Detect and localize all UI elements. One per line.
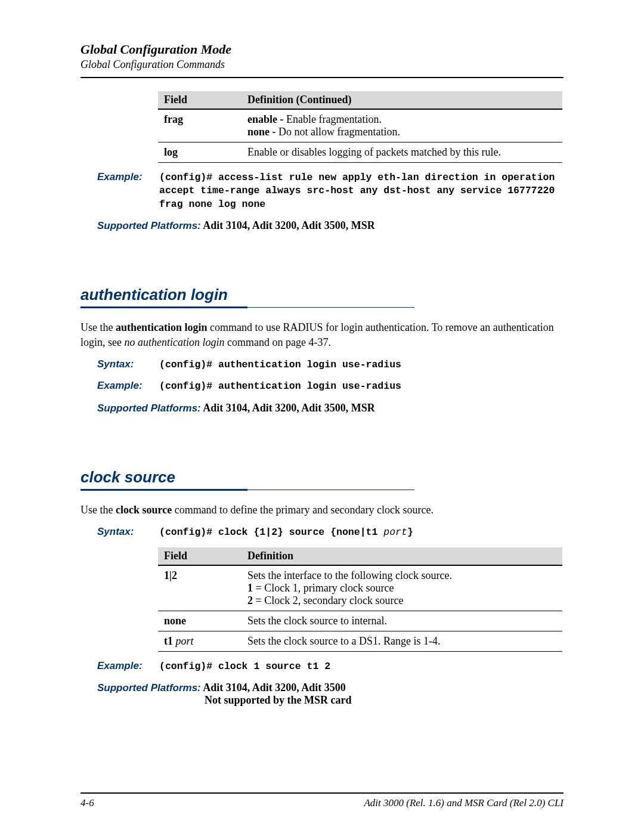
section-heading-clock-source: clock source	[80, 468, 564, 487]
section-rule	[80, 306, 564, 308]
field-definition: Sets the clock source to a DS1. Range is…	[242, 631, 562, 652]
header-subtitle: Global Configuration Commands	[80, 58, 564, 71]
table-row: frag enable - Enable fragmentation. none…	[158, 109, 562, 143]
table-header-field: Field	[158, 547, 242, 565]
table-header-field: Field	[158, 91, 242, 109]
syntax-value: (config)# clock {1|2} source {none|t1 po…	[159, 526, 413, 539]
section-heading-authentication-login: authentication login	[80, 286, 564, 304]
footer-doc-title: Adit 3000 (Rel. 1.6) and MSR Card (Rel 2…	[364, 797, 564, 809]
field-name: frag	[164, 113, 183, 125]
example-block: Example: (config)# authentication login …	[97, 380, 564, 393]
example-block: Example: (config)# clock 1 source t1 2	[97, 660, 564, 673]
syntax-block: Syntax: (config)# clock {1|2} source {no…	[97, 526, 564, 539]
syntax-block: Syntax: (config)# authentication login u…	[97, 358, 564, 371]
field-definition: enable - Enable fragmentation. none - Do…	[242, 109, 562, 143]
table-row: none Sets the clock source to internal.	[158, 611, 562, 631]
definition-table-clock: Field Definition 1|2 Sets the interface …	[158, 547, 562, 652]
section-body: Use the clock source command to define t…	[80, 503, 564, 518]
table-header-definition: Definition (Continued)	[242, 91, 562, 109]
table-row: 1|2 Sets the interface to the following …	[158, 565, 562, 611]
footer-rule	[80, 792, 564, 794]
example-label: Example:	[97, 380, 159, 392]
definition-table-continued: Field Definition (Continued) frag enable…	[158, 91, 562, 163]
field-name: none	[164, 615, 186, 627]
example-value: (config)# clock 1 source t1 2	[159, 660, 330, 673]
page-number: 4-6	[80, 797, 94, 809]
example-block: Example: (config)# access-list rule new …	[97, 171, 564, 211]
example-label: Example:	[97, 171, 159, 183]
table-header-definition: Definition	[242, 547, 562, 565]
page-footer: 4-6 Adit 3000 (Rel. 1.6) and MSR Card (R…	[80, 787, 564, 809]
supported-platforms: Supported Platforms: Adit 3104, Adit 320…	[97, 219, 564, 232]
example-value: (config)# authentication login use-radiu…	[159, 380, 401, 393]
section-body: Use the authentication login command to …	[80, 320, 564, 350]
field-definition: Enable or disables logging of packets ma…	[242, 143, 562, 163]
field-definition: Sets the interface to the following cloc…	[242, 565, 562, 611]
table-row: log Enable or disables logging of packet…	[158, 143, 562, 163]
example-value: (config)# access-list rule new apply eth…	[159, 171, 564, 211]
field-name: t1 port	[158, 631, 242, 652]
field-definition: Sets the clock source to internal.	[242, 611, 562, 631]
syntax-label: Syntax:	[97, 526, 159, 538]
supported-platforms: Supported Platforms: Adit 3104, Adit 320…	[97, 682, 564, 707]
syntax-label: Syntax:	[97, 358, 159, 370]
document-page: Global Configuration Mode Global Configu…	[0, 0, 644, 833]
example-label: Example:	[97, 660, 159, 672]
page-header: Global Configuration Mode Global Configu…	[80, 42, 564, 78]
section-rule	[80, 489, 564, 491]
field-name: 1|2	[164, 569, 177, 581]
header-title: Global Configuration Mode	[80, 42, 564, 57]
supported-platforms: Supported Platforms: Adit 3104, Adit 320…	[97, 402, 564, 414]
syntax-value: (config)# authentication login use-radiu…	[159, 358, 401, 371]
table-row: t1 port Sets the clock source to a DS1. …	[158, 631, 562, 652]
header-rule	[80, 77, 564, 78]
field-name: log	[164, 146, 178, 158]
not-supported-note: Not supported by the MSR card	[205, 694, 352, 707]
